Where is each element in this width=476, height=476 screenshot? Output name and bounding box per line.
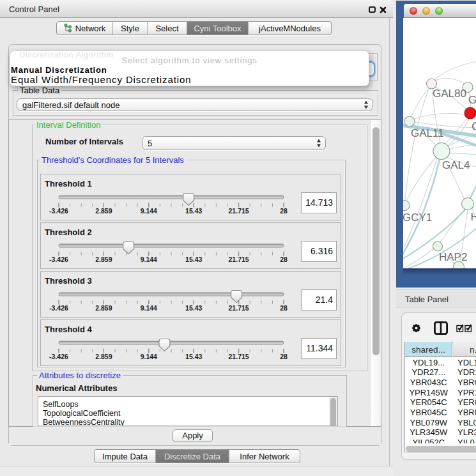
svg-text:21.715: 21.715 <box>229 353 249 360</box>
svg-text:2.859: 2.859 <box>95 304 112 312</box>
svg-text:GCY1: GCY1 <box>403 211 432 224</box>
svg-text:21.715: 21.715 <box>229 256 249 263</box>
svg-text:9.144: 9.144 <box>141 256 157 263</box>
svg-text:2.859: 2.859 <box>95 256 112 263</box>
svg-text:21.715: 21.715 <box>229 206 249 214</box>
svg-text:GAL4: GAL4 <box>442 159 470 171</box>
svg-text:GAL11: GAL11 <box>411 127 444 139</box>
svg-text:28: 28 <box>280 256 288 263</box>
svg-text:GAL80: GAL80 <box>433 88 466 100</box>
svg-text:15.43: 15.43 <box>185 256 202 263</box>
svg-text:2.859: 2.859 <box>95 353 112 360</box>
svg-text:15.43: 15.43 <box>185 304 202 312</box>
svg-text:9.144: 9.144 <box>141 304 157 312</box>
svg-text:9.144: 9.144 <box>141 353 157 360</box>
svg-text:2.859: 2.859 <box>95 206 112 214</box>
svg-text:-3.426: -3.426 <box>49 256 68 263</box>
svg-text:-3.426: -3.426 <box>49 206 68 214</box>
svg-text:15.43: 15.43 <box>185 206 202 214</box>
svg-text:28: 28 <box>280 206 288 214</box>
svg-text:C: C <box>472 119 476 133</box>
svg-text:H: H <box>471 211 476 223</box>
svg-text:-3.426: -3.426 <box>49 353 68 360</box>
svg-text:HAP2: HAP2 <box>439 251 467 263</box>
svg-text:GA: GA <box>468 94 476 106</box>
svg-text:21.715: 21.715 <box>229 304 249 312</box>
svg-text:15.43: 15.43 <box>185 353 202 360</box>
svg-text:-3.426: -3.426 <box>49 304 68 312</box>
svg-text:28: 28 <box>280 353 288 360</box>
svg-text:28: 28 <box>280 304 288 312</box>
svg-text:9.144: 9.144 <box>141 206 157 214</box>
